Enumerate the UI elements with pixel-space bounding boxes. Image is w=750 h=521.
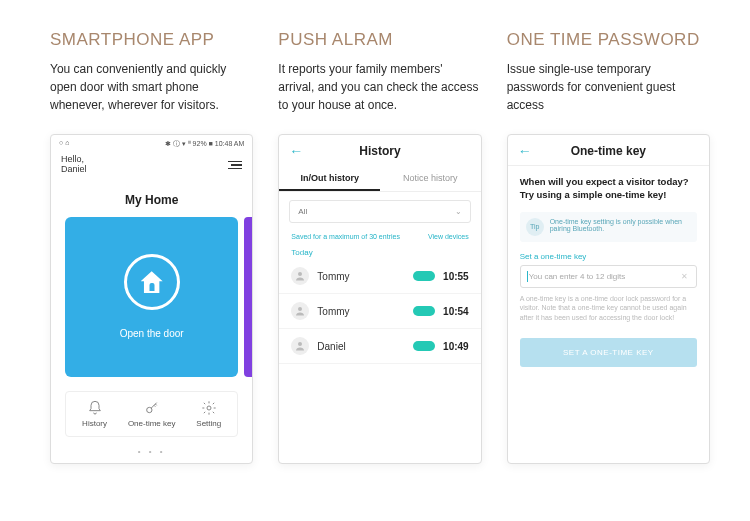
filter-value: All [298,207,307,216]
tab-inout-history[interactable]: In/Out history [279,165,380,191]
tip-badge: Tip [526,218,544,236]
feature-title-app: SMARTPHONE APP [50,30,253,50]
tab-onetime-label: One-time key [128,419,176,428]
phone-screenshot-otk: ← One-time key When will you expect a vi… [507,134,710,464]
phone-screenshot-app: ○ ⌂ ✱ ⓘ ▾ ᴵᴵᴵ 92% ■ 10:48 AM Hello, Dani… [50,134,253,464]
feature-desc-otp: Issue single-use temporary passwords for… [507,60,710,116]
svg-point-0 [146,407,151,412]
tip-text: One-time key setting is only possible wh… [550,218,691,232]
otk-placeholder: You can enter 4 to 12 digits [529,272,626,281]
row-name: Daniel [317,341,405,352]
username-text: Daniel [61,165,87,175]
tab-onetime[interactable]: One-time key [123,392,180,436]
row-time: 10:49 [443,341,469,352]
open-door-card[interactable]: Open the door [65,217,238,377]
back-icon[interactable]: ← [289,143,303,159]
tab-history[interactable]: History [66,392,123,436]
feature-desc-app: You can conveniently and quickly open do… [50,60,253,116]
tab-setting-label: Setting [196,419,221,428]
set-label: Set a one-time key [520,252,697,261]
status-right: ✱ ⓘ ▾ ᴵᴵᴵ 92% ■ 10:48 AM [165,139,244,149]
otk-question: When will you expect a visitor today? Tr… [520,176,697,202]
avatar-icon [291,267,309,285]
row-time: 10:55 [443,271,469,282]
door-circle-icon [124,254,180,310]
feature-title-otp: ONE TIME PASSWORD [507,30,710,50]
history-row[interactable]: Tommy 10:54 [279,294,480,329]
view-devices-link[interactable]: View devices [428,233,469,240]
svg-point-3 [298,307,302,311]
tab-setting[interactable]: Setting [180,392,237,436]
svg-point-1 [207,406,211,410]
gear-icon [201,400,217,416]
tab-notice-history[interactable]: Notice history [380,165,481,191]
history-title: History [303,144,456,158]
open-door-label: Open the door [120,328,184,339]
tab-history-label: History [82,419,107,428]
otk-title: One-time key [532,144,685,158]
today-label: Today [279,244,480,259]
status-left: ○ ⌂ [59,139,69,149]
svg-point-4 [298,342,302,346]
history-row[interactable]: Daniel 10:49 [279,329,480,364]
bell-icon [87,400,103,416]
next-card-peek[interactable] [244,217,253,377]
otk-note: A one-time key is a one-time door lock p… [520,294,697,322]
row-name: Tommy [317,306,405,317]
phone-screenshot-history: ← History In/Out history Notice history … [278,134,481,464]
svg-point-2 [298,272,302,276]
set-otk-button[interactable]: SET A ONE-TIME KEY [520,338,697,367]
row-name: Tommy [317,271,405,282]
menu-icon[interactable] [228,159,242,172]
avatar-icon [291,337,309,355]
home-title: My Home [51,193,252,207]
key-icon [144,400,160,416]
status-pill [413,306,435,316]
status-pill [413,341,435,351]
avatar-icon [291,302,309,320]
status-pill [413,271,435,281]
clear-icon[interactable]: ✕ [681,272,688,281]
chevron-down-icon: ⌄ [455,207,462,216]
page-dots: • • • [51,447,252,456]
tip-box: Tip One-time key setting is only possibl… [520,212,697,242]
feature-desc-push: It reports your family members' arrival,… [278,60,481,116]
history-row[interactable]: Tommy 10:55 [279,259,480,294]
row-time: 10:54 [443,306,469,317]
back-icon[interactable]: ← [518,143,532,159]
otk-input[interactable]: You can enter 4 to 12 digits ✕ [520,265,697,288]
saved-note: Saved for a maximum of 30 entries [291,233,400,240]
filter-dropdown[interactable]: All ⌄ [289,200,470,223]
house-icon [141,271,163,293]
feature-title-push: PUSH ALRAM [278,30,481,50]
